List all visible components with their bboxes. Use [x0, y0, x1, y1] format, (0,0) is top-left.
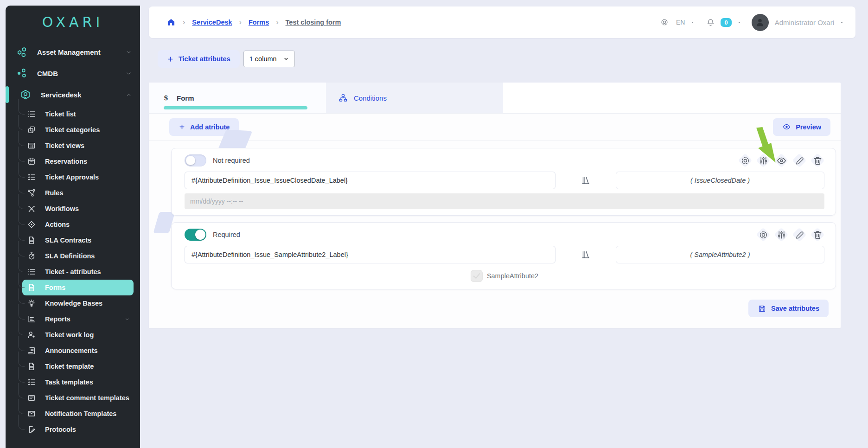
- required-toggle[interactable]: [185, 154, 206, 166]
- home-breadcrumb-link[interactable]: [166, 18, 176, 27]
- sidebar-item-label: Notification Templates: [45, 410, 130, 417]
- save-attributes-button[interactable]: Save attributes: [748, 300, 829, 317]
- preview-button[interactable]: Preview: [773, 118, 830, 136]
- sidebar-item-workflows[interactable]: Workflows: [18, 201, 140, 217]
- checkbox-field: SampleAttribute2: [185, 268, 824, 283]
- sidebar-section-label: CMDB: [37, 70, 116, 77]
- hub-icon: [27, 204, 36, 213]
- settings-icon[interactable]: [660, 18, 669, 27]
- form-panel: Add atribute Preview Not required ( Issu…: [149, 113, 841, 328]
- settings-action-button[interactable]: [738, 154, 752, 167]
- main-area: ›ServiceDesk›Forms›Test closing form EN …: [149, 6, 855, 328]
- sidebar-item-reports[interactable]: Reports: [18, 311, 140, 327]
- sidebar-item-knowledge-bases[interactable]: Knowledge Bases: [18, 295, 140, 311]
- attribute-cards: Not required ( IssueClosedDate ) Require…: [149, 141, 841, 289]
- sidebar-item-forms[interactable]: Forms: [18, 280, 140, 295]
- tab-form[interactable]: Form: [149, 83, 326, 113]
- sitemap-icon: [338, 93, 348, 102]
- filters-action-button[interactable]: [774, 228, 788, 242]
- chevron-down-icon[interactable]: [690, 20, 695, 25]
- sidebar-item-sla-definitions[interactable]: SLA Definitions: [18, 248, 140, 264]
- save-row: Save attributes: [149, 289, 841, 317]
- plus-icon: [167, 56, 174, 63]
- gear-icon: [758, 230, 769, 240]
- sidebar-item-actions[interactable]: Actions: [18, 217, 140, 232]
- language-selector[interactable]: EN: [676, 19, 685, 26]
- bell-icon[interactable]: [706, 18, 715, 27]
- add-attribute-label: Add atribute: [190, 123, 230, 131]
- tab-strip: Form Conditions: [149, 83, 841, 113]
- columns-select[interactable]: 1 column: [243, 51, 295, 67]
- list-icon: [27, 267, 36, 276]
- sidebar-section-servicedesk[interactable]: Servicedesk: [6, 84, 140, 105]
- sidebar: OXARI Asset Management CMDB Servicedesk …: [6, 6, 140, 448]
- sidebar-item-ticket-attributes[interactable]: Ticket - attributes: [18, 264, 140, 280]
- edit-action-button[interactable]: [792, 228, 806, 242]
- attribute-name-value: ( IssueClosedDate ): [690, 177, 750, 184]
- checkbox[interactable]: [471, 270, 483, 282]
- edit-action-button[interactable]: [792, 154, 806, 167]
- delete-action-button[interactable]: [811, 228, 824, 242]
- sidebar-item-label: SLA Contracts: [45, 237, 130, 244]
- breadcrumb-separator: ›: [183, 18, 185, 26]
- sidebar-item-ticket-list[interactable]: Ticket list: [18, 106, 140, 122]
- save-attributes-label: Save attributes: [771, 305, 819, 312]
- chevron-down-icon[interactable]: [737, 20, 742, 25]
- sidebar-item-announcements[interactable]: Announcements: [18, 343, 140, 358]
- tab-label: Form: [177, 94, 194, 102]
- required-toggle[interactable]: [185, 229, 206, 241]
- breadcrumb-forms[interactable]: Forms: [249, 19, 269, 26]
- sidebar-item-ticket-work-log[interactable]: Ticket work log: [18, 327, 140, 343]
- sidebar-item-sla-contracts[interactable]: SLA Contracts: [18, 232, 140, 248]
- toggle-knob: [195, 230, 205, 240]
- sidebar-section-label: Servicedesk: [41, 91, 116, 99]
- filters-action-button[interactable]: [756, 154, 770, 167]
- sidebar-item-reservations[interactable]: Reservations: [18, 154, 140, 169]
- attributes-toolbar: Ticket attributes 1 column: [158, 50, 855, 68]
- preview-action-button[interactable]: [774, 154, 788, 167]
- sidebar-item-ticket-approvals[interactable]: Ticket Approvals: [18, 169, 140, 185]
- attribute-label-input[interactable]: [185, 172, 555, 189]
- sidebar-item-ticket-template[interactable]: Ticket template: [18, 358, 140, 374]
- chevron-down-icon: [283, 56, 289, 62]
- ticket-attributes-button[interactable]: Ticket attributes: [158, 50, 240, 68]
- sidebar-item-label: Protocols: [45, 426, 130, 433]
- tab-conditions[interactable]: Conditions: [326, 83, 503, 113]
- breadcrumb-servicedesk[interactable]: ServiceDesk: [192, 19, 232, 26]
- brand-logo: OXARI: [6, 14, 140, 30]
- sidebar-item-rules[interactable]: Rules: [18, 185, 140, 201]
- sidebar-item-ticket-comment-templates[interactable]: Ticket comment templates: [18, 390, 140, 406]
- bulb-icon: [27, 299, 36, 308]
- document-icon: [27, 283, 36, 292]
- chevron-down-icon[interactable]: [839, 20, 844, 25]
- avatar[interactable]: [752, 14, 769, 31]
- sidebar-section-cmdb[interactable]: CMDB: [6, 63, 140, 84]
- attribute-name-box: ( IssueClosedDate ): [616, 172, 824, 189]
- breadcrumb-separator: ›: [276, 18, 278, 26]
- sidebar-item-label: Knowledge Bases: [45, 300, 130, 307]
- attribute-name-value: ( SampleAttribute2 ): [690, 251, 750, 258]
- sidebar-item-label: Rules: [45, 189, 130, 197]
- notification-badge[interactable]: 0: [721, 18, 731, 27]
- sidebar-item-ticket-categories[interactable]: Ticket categories: [18, 122, 140, 138]
- sidebar-section-asset-management[interactable]: Asset Management: [6, 41, 140, 63]
- delete-action-button[interactable]: [811, 154, 824, 167]
- breadcrumb-separator: ›: [239, 18, 242, 26]
- settings-action-button[interactable]: [756, 228, 770, 242]
- comment-template-icon: [27, 393, 36, 403]
- sidebar-item-task-templates[interactable]: Task templates: [18, 374, 140, 390]
- sidebar-item-protocols[interactable]: Protocols: [18, 422, 140, 437]
- datetime-input[interactable]: [185, 193, 824, 209]
- attribute-label-input[interactable]: [185, 246, 555, 263]
- sidebar-item-notification-templates[interactable]: Notification Templates: [18, 406, 140, 422]
- topbar: ›ServiceDesk›Forms›Test closing form EN …: [149, 6, 855, 38]
- mail-icon: [27, 409, 36, 418]
- share-icon: [27, 188, 36, 198]
- sidebar-item-ticket-views[interactable]: Ticket views: [18, 138, 140, 154]
- attribute-field-row: [185, 193, 824, 209]
- sidebar-item-label: Workflows: [45, 205, 130, 212]
- attribute-name-box: ( SampleAttribute2 ): [616, 246, 824, 263]
- sidebar-item-label: Announcements: [45, 347, 130, 354]
- sidebar-item-label: SLA Definitions: [45, 252, 130, 260]
- preview-label: Preview: [796, 123, 821, 131]
